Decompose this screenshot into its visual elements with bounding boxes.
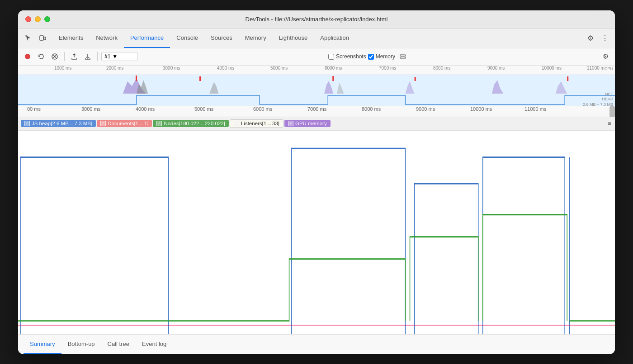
svg-rect-15 [136, 76, 137, 81]
ruler-tick-11000: 11000 m [587, 66, 605, 71]
ruler-tick-2000: 2000 ms [106, 66, 123, 71]
svg-rect-18 [415, 77, 416, 81]
bottom-tabs: Summary Bottom-up Call tree Event log [18, 334, 615, 354]
net-heap-overview [18, 92, 615, 106]
svg-rect-5 [400, 55, 406, 56]
tab-console[interactable]: Console [170, 28, 204, 48]
tab-bar: Elements Network Performance Console Sou… [18, 28, 615, 48]
tab-call-tree[interactable]: Call tree [101, 334, 136, 354]
upload-button[interactable] [68, 51, 80, 62]
tab-icons [22, 32, 49, 44]
cursor-icon[interactable] [22, 32, 34, 44]
session-selector[interactable]: #1 ▼ [101, 52, 137, 61]
legend-nodes[interactable]: Nodes[180 022 – 220 022] [153, 120, 229, 127]
memory-chart [18, 131, 615, 334]
svg-rect-6 [400, 57, 406, 58]
tab-summary[interactable]: Summary [24, 334, 61, 354]
gpu-checkbox[interactable] [288, 121, 293, 126]
tab-performance[interactable]: Performance [124, 28, 170, 48]
ruler-tick-4000: 4000 ms [217, 66, 234, 71]
tab-memory[interactable]: Memory [239, 28, 273, 48]
devtools-window: DevTools - file:///Users/stmarthe/x-repl… [18, 10, 615, 354]
more-icon[interactable]: ⋮ [599, 32, 611, 44]
tab-sources[interactable]: Sources [204, 28, 239, 48]
svg-rect-1 [40, 36, 43, 40]
legend-js-heap[interactable]: JS heap[2.6 MB – 7.3 MB] [21, 120, 96, 127]
performance-toolbar: #1 ▼ Screenshots Memory ⚙ [18, 48, 615, 66]
settings-icon[interactable]: ⚙ [584, 32, 597, 44]
js-heap-checkbox[interactable] [24, 121, 30, 126]
svg-rect-2 [44, 37, 46, 40]
tab-network[interactable]: Network [90, 28, 124, 48]
ruler-tick-10000: 10000 ms [542, 66, 562, 71]
ruler-tick-8000: 8000 ms [433, 66, 450, 71]
storage-icon[interactable] [397, 51, 409, 62]
tab-lighthouse[interactable]: Lighthouse [273, 28, 314, 48]
svg-point-3 [25, 54, 30, 59]
memory-chart-svg [18, 131, 615, 334]
scrollbar-thumb[interactable] [609, 106, 615, 117]
svg-rect-17 [332, 76, 334, 81]
legend-menu-icon[interactable]: ≡ [607, 119, 612, 128]
toolbar-divider-2 [97, 52, 98, 61]
listeners-checkbox[interactable] [234, 121, 239, 126]
timeline-ruler: 00 ms 3000 ms 4000 ms 5000 ms 6000 ms 70… [18, 106, 615, 117]
cpu-label: CPU [605, 66, 613, 71]
ruler-tick-1000: 1000 ms [54, 66, 71, 71]
tabs: Elements Network Performance Console Sou… [52, 28, 584, 48]
svg-rect-0 [25, 35, 27, 37]
close-button[interactable] [25, 16, 31, 22]
tab-elements[interactable]: Elements [52, 28, 90, 48]
toolbar-divider-1 [64, 52, 65, 61]
memory-toggle[interactable]: Memory [368, 53, 395, 60]
devtools-content: Elements Network Performance Console Sou… [18, 28, 615, 354]
clear-button[interactable] [49, 51, 61, 62]
tab-application[interactable]: Application [314, 28, 355, 48]
download-button[interactable] [82, 51, 94, 62]
traffic-lights [25, 16, 50, 22]
screenshots-toggle[interactable]: Screenshots [328, 53, 366, 60]
svg-rect-19 [567, 76, 568, 81]
minimize-button[interactable] [35, 16, 41, 22]
ruler-tick-3000: 3000 ms [163, 66, 180, 71]
ruler-tick-7000: 7000 ms [379, 66, 396, 71]
nodes-checkbox[interactable] [156, 121, 162, 126]
legend-gpu[interactable]: GPU memory [284, 120, 331, 127]
record-button[interactable] [22, 51, 33, 62]
overview-timeline: 1000 ms 2000 ms 3000 ms 4000 ms 5000 ms … [18, 66, 615, 106]
titlebar: DevTools - file:///Users/stmarthe/x-repl… [18, 10, 615, 28]
memory-legend: JS heap[2.6 MB – 7.3 MB] Documents[1 – 1… [18, 117, 615, 131]
ruler-tick-5000: 5000 ms [270, 66, 288, 71]
ruler-tick-6000: 6000 ms [325, 66, 342, 71]
legend-listeners[interactable]: Listeners[1 – 33] [230, 119, 283, 128]
tab-bottom-up[interactable]: Bottom-up [61, 334, 101, 354]
reload-record-button[interactable] [35, 51, 47, 62]
svg-rect-16 [199, 76, 201, 81]
toolbar-settings-icon[interactable]: ⚙ [600, 51, 611, 62]
device-toolbar-icon[interactable] [36, 32, 49, 44]
maximize-button[interactable] [44, 16, 50, 22]
window-title: DevTools - file:///Users/stmarthe/x-repl… [246, 16, 388, 23]
documents-checkbox[interactable] [100, 121, 106, 126]
ruler-tick-9000: 9000 ms [487, 66, 505, 71]
tab-end-icons: ⚙ ⋮ [584, 32, 611, 44]
cpu-overview-chart [18, 75, 615, 94]
tab-event-log[interactable]: Event log [136, 334, 173, 354]
legend-documents[interactable]: Documents[1 – 1] [97, 120, 152, 127]
net-heap-label: NET HEAP 2.6 MB – 7.3 MB [583, 92, 613, 106]
